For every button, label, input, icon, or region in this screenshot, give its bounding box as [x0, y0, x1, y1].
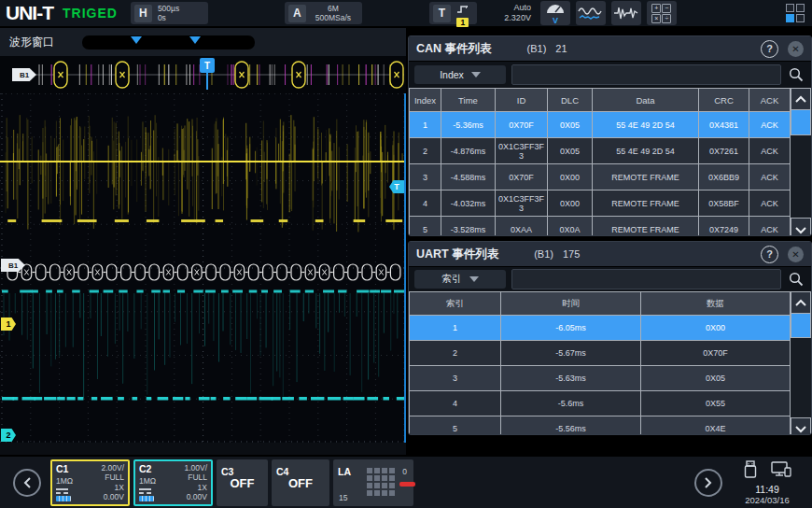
channel1-card[interactable]: C1 1MΩ 2.00V/ FULL 1X 0.00V	[50, 459, 130, 506]
uart-panel-titlebar: UART 事件列表 (B1) 175 ? ✕	[409, 242, 811, 267]
layout-cell	[786, 4, 794, 12]
search-icon[interactable]	[787, 272, 805, 287]
uart-scrollbar[interactable]	[791, 291, 811, 435]
math-button[interactable]: +−×÷	[647, 1, 677, 25]
uart-row[interactable]: 5-5.56ms0X4E	[410, 416, 791, 436]
can-row-selected[interactable]: 1-5.36ms0X70F0X0555 4E 49 2D 540X4381ACK	[410, 112, 791, 138]
dvm-signal-button[interactable]	[611, 1, 641, 25]
can-table-wrap: Index Time ID DLC Data CRC ACK 1-5.36ms0…	[409, 88, 811, 236]
channel3-state: OFF	[217, 476, 268, 490]
can-row[interactable]: 5-3.528ms0XAA0X0AREMOTE FRAME0X7249ACK	[410, 217, 791, 237]
cell-ack: ACK	[749, 138, 791, 164]
cell-dlc: 0X05	[548, 112, 593, 138]
scrollbar-thumb[interactable]	[791, 110, 811, 135]
uart-row-selected[interactable]: 1-6.05ms0X00	[410, 316, 791, 341]
uart-event-count: 175	[563, 248, 580, 260]
can-row[interactable]: 4-4.032ms0X1C3FF3F30X00REMOTE FRAME0X58B…	[410, 190, 791, 217]
uart-row[interactable]: 3-5.63ms0X05	[410, 366, 791, 391]
can-row[interactable]: 2-4.876ms0X1C3FF3F30X0555 4E 49 2D 540X7…	[410, 138, 791, 164]
multimeter-button[interactable]: V	[540, 1, 570, 25]
clock-time: 11:49	[755, 484, 779, 495]
trigger-key: T	[433, 5, 451, 22]
scroll-down-button[interactable]	[791, 218, 811, 236]
uart-search-row: 索引	[409, 267, 811, 291]
cell-index: 5	[410, 416, 501, 436]
cell-crc: 0X4381	[699, 112, 749, 138]
channel3-card[interactable]: C3 OFF	[217, 459, 268, 506]
remote-display-icon[interactable]	[771, 460, 791, 483]
chevron-right-icon	[704, 476, 713, 489]
clock-date: 2024/03/16	[745, 495, 790, 505]
channel2-card[interactable]: C2 1MΩ 1.00V/ FULL 1X 0.00V	[133, 459, 213, 506]
cell-data: 0X55	[641, 391, 791, 416]
cell-time: -3.528ms	[441, 217, 496, 237]
window-layout-button[interactable]	[786, 4, 805, 22]
help-button[interactable]: ?	[761, 40, 778, 58]
cell-data: 0X70F	[641, 341, 791, 366]
search-icon[interactable]	[787, 67, 805, 82]
uart-row[interactable]: 4-5.6ms0X55	[410, 391, 791, 416]
scroll-up-button[interactable]	[791, 291, 811, 314]
uart-filter-dropdown[interactable]: 索引	[414, 270, 506, 289]
system-status-cluster: 11:49 2024/03/16	[732, 460, 803, 505]
can-scrollbar[interactable]	[791, 88, 811, 236]
trigger-status-label: TRIGED	[63, 6, 118, 21]
channel1-scale: 2.00V/	[101, 463, 124, 473]
expand-right-button[interactable]	[694, 469, 722, 497]
col-data: 数据	[641, 292, 791, 316]
usb-drive-icon[interactable]	[743, 460, 758, 483]
waveform-grid[interactable]: B1 T 1 2	[0, 93, 404, 443]
collapse-left-button[interactable]	[13, 469, 41, 497]
uart-event-table: 索引 时间 数据 1-6.05ms0X00 2-5.67ms0X70F 3-5.…	[409, 291, 791, 435]
navigator-marker-left[interactable]	[131, 36, 142, 44]
horizontal-settings-block[interactable]: H 500µs 0s	[131, 2, 208, 24]
cell-time: -5.63ms	[501, 366, 641, 391]
can-search-row: Index	[409, 62, 811, 88]
channel2-name: C2	[139, 463, 156, 474]
cell-ack: ACK	[749, 190, 791, 217]
chevron-down-icon	[471, 72, 481, 78]
cell-data: 0X05	[641, 366, 791, 391]
cell-dlc: 0X05	[548, 138, 593, 164]
cell-crc: 0X7261	[699, 138, 749, 164]
close-icon[interactable]: ✕	[788, 41, 804, 57]
trigger-settings-block[interactable]: T 1	[429, 2, 477, 24]
cell-time: -5.6ms	[501, 391, 641, 416]
can-row[interactable]: 3-4.588ms0X70F0X00REMOTE FRAME0X6BB9ACK	[410, 164, 791, 190]
uart-row[interactable]: 2-5.67ms0X70F	[410, 341, 791, 366]
la-channels-grid-icon	[367, 468, 395, 496]
can-filter-label: Index	[440, 69, 464, 80]
timebase-navigator[interactable]	[82, 35, 255, 49]
channel1-position-icon	[56, 496, 71, 501]
la-last-channel: 15	[339, 493, 347, 502]
can-filter-dropdown[interactable]: Index	[414, 65, 506, 84]
navigator-marker-right[interactable]	[189, 36, 201, 44]
cell-index: 2	[410, 138, 441, 164]
help-button[interactable]: ?	[761, 246, 778, 263]
channel2-offset: 0.00V	[187, 492, 207, 501]
cell-id: 0X70F	[496, 164, 548, 190]
dc-coupling-icon	[56, 488, 68, 494]
scrollbar-thumb[interactable]	[791, 314, 811, 338]
uart-search-input[interactable]	[511, 269, 781, 289]
can-panel-titlebar: CAN 事件列表 (B1) 21 ? ✕	[409, 36, 811, 62]
cell-dlc: 0X00	[548, 190, 593, 217]
scroll-down-button[interactable]	[791, 417, 811, 435]
acquire-key: A	[288, 5, 306, 22]
oscilloscope-screen: UNI-T TRIGED H 500µs 0s A 6M 500MSa/s T	[0, 0, 812, 508]
col-index: Index	[410, 89, 441, 112]
waveform-gen-button[interactable]	[576, 1, 606, 25]
can-search-input[interactable]	[511, 64, 781, 85]
trigger-info: Auto 2.320V	[490, 3, 531, 23]
channel4-card[interactable]: C4 OFF	[272, 459, 329, 506]
scroll-up-button[interactable]	[791, 88, 811, 110]
pulse-wave-icon	[613, 4, 639, 22]
can-event-count: 21	[555, 43, 567, 54]
channel2-impedance: 1MΩ	[139, 476, 156, 486]
channel4-state: OFF	[272, 476, 329, 490]
close-icon[interactable]: ✕	[788, 247, 804, 262]
chevron-left-icon	[22, 476, 32, 489]
cell-id: 0XAA	[496, 217, 548, 237]
acquire-settings-block[interactable]: A 6M 500MSa/s	[285, 2, 362, 24]
waveform-window[interactable]: 波形窗口 B1 T B1 T 1 2	[0, 28, 406, 455]
